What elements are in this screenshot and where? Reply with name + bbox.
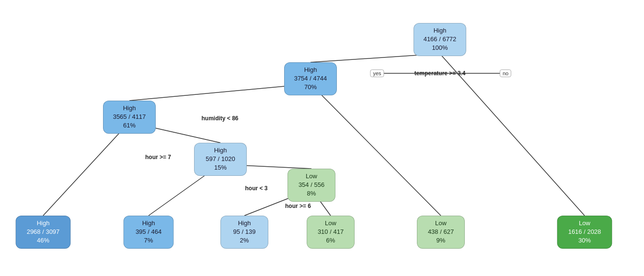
node-n4-label: Low <box>293 172 330 181</box>
node-root-percent: 100% <box>419 44 461 52</box>
no-label: no <box>500 69 511 77</box>
node-n6: High 395 / 464 7% <box>124 216 174 249</box>
node-n5: High 2968 / 3097 46% <box>16 216 71 249</box>
svg-line-2 <box>129 84 310 101</box>
hour6-condition-label: hour >= 6 <box>285 203 311 209</box>
node-n10: Low 1616 / 2028 30% <box>557 216 612 249</box>
node-n1: High 3754 / 4744 70% <box>284 62 337 95</box>
node-n8-values: 310 / 417 <box>312 228 349 236</box>
node-n7-label: High <box>226 219 263 228</box>
node-n9-percent: 9% <box>422 236 460 245</box>
node-n6-percent: 7% <box>129 236 169 245</box>
node-n4-percent: 8% <box>293 189 330 198</box>
node-n4: Low 354 / 556 8% <box>288 169 335 202</box>
hour3-condition-label: hour < 3 <box>245 185 267 192</box>
node-n2: High 3565 / 4117 61% <box>103 101 156 134</box>
node-n7-values: 95 / 139 <box>226 228 263 236</box>
node-n2-label: High <box>108 104 150 113</box>
node-n6-label: High <box>129 219 169 228</box>
node-root-values: 4166 / 6772 <box>419 35 461 44</box>
node-n1-label: High <box>289 66 332 74</box>
node-n7-percent: 2% <box>226 236 263 245</box>
svg-line-4 <box>43 122 129 216</box>
node-n9-values: 438 / 627 <box>422 228 460 236</box>
svg-line-1 <box>440 54 585 216</box>
temp-condition-label: temperature >= 3.4 <box>414 70 466 77</box>
node-n5-percent: 46% <box>21 236 66 245</box>
tree-container: yes temperature >= 3.4 no humidity < 86 … <box>0 0 644 276</box>
humidity-condition-label: humidity < 86 <box>201 115 238 122</box>
node-n10-label: Low <box>563 219 607 228</box>
node-n1-percent: 70% <box>289 83 332 92</box>
node-n9: Low 438 / 627 9% <box>417 216 465 249</box>
node-n2-percent: 61% <box>108 121 150 130</box>
node-n6-values: 395 / 464 <box>129 228 169 236</box>
hour7-condition-label: hour >= 7 <box>145 154 171 161</box>
node-n4-values: 354 / 556 <box>293 181 330 189</box>
node-n7: High 95 / 139 2% <box>220 216 268 249</box>
node-n3: High 597 / 1020 15% <box>194 143 247 176</box>
node-n1-values: 3754 / 4744 <box>289 74 332 83</box>
node-n8-label: Low <box>312 219 349 228</box>
node-n10-percent: 30% <box>563 236 607 245</box>
node-n3-percent: 15% <box>199 163 242 172</box>
node-n3-values: 597 / 1020 <box>199 155 242 163</box>
node-n8-percent: 6% <box>312 236 349 245</box>
yes-label: yes <box>370 69 384 77</box>
node-n9-label: Low <box>422 219 460 228</box>
node-n3-label: High <box>199 146 242 155</box>
node-n10-values: 1616 / 2028 <box>563 228 607 236</box>
node-n5-label: High <box>21 219 66 228</box>
node-root-label: High <box>419 26 461 35</box>
node-n2-values: 3565 / 4117 <box>108 113 150 121</box>
node-n8: Low 310 / 417 6% <box>307 216 355 249</box>
node-root: High 4166 / 6772 100% <box>414 23 466 56</box>
node-n5-values: 2968 / 3097 <box>21 228 66 236</box>
